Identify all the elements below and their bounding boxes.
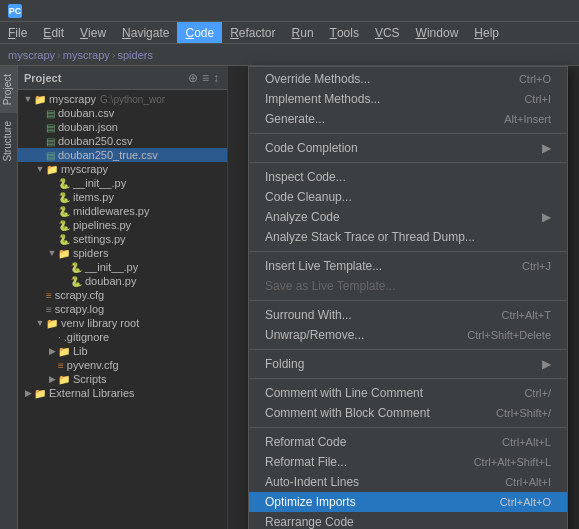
tree-item-gitignore[interactable]: · .gitignore xyxy=(18,330,227,344)
item-shortcut: Ctrl+Alt+I xyxy=(505,476,551,488)
tree-item-pipelines-py[interactable]: 🐍 pipelines.py xyxy=(18,218,227,232)
item-shortcut: Ctrl+O xyxy=(519,73,551,85)
breadcrumb-item-3[interactable]: spiders xyxy=(117,49,152,61)
tree-item-lib[interactable]: ▶ 📁 Lib xyxy=(18,344,227,358)
menu-view[interactable]: View xyxy=(72,22,114,43)
submenu-arrow-icon: ▶ xyxy=(542,210,551,224)
tree-label: myscrapy xyxy=(49,93,96,105)
divider-5 xyxy=(249,349,567,350)
menu-unwrap-remove[interactable]: Unwrap/Remove... Ctrl+Shift+Delete xyxy=(249,325,567,345)
tree-label: pyvenv.cfg xyxy=(67,359,119,371)
menu-surround-with[interactable]: Surround With... Ctrl+Alt+T xyxy=(249,305,567,325)
menu-optimize-imports[interactable]: Optimize Imports Ctrl+Alt+O xyxy=(249,492,567,512)
menu-override-methods[interactable]: Override Methods... Ctrl+O xyxy=(249,69,567,89)
menu-code-completion[interactable]: Code Completion ▶ xyxy=(249,138,567,158)
tree-arrow: ▼ xyxy=(46,248,58,258)
csv-icon: ▤ xyxy=(46,108,55,119)
tree-item-douban250-true-csv[interactable]: ▤ douban250_true.csv xyxy=(18,148,227,162)
side-tabs: Project Structure xyxy=(0,66,18,529)
menu-edit[interactable]: Edit xyxy=(35,22,72,43)
main-area: Project Structure Project ⊕ ≡ ↕ ▼ 📁 mysc… xyxy=(0,66,579,529)
menu-implement-methods[interactable]: Implement Methods... Ctrl+I xyxy=(249,89,567,109)
log-icon: ≡ xyxy=(46,304,52,315)
tree-item-pyvenv-cfg[interactable]: ≡ pyvenv.cfg xyxy=(18,358,227,372)
project-toolbar: Project ⊕ ≡ ↕ xyxy=(18,66,227,90)
menu-insert-live-template[interactable]: Insert Live Template... Ctrl+J xyxy=(249,256,567,276)
menu-file[interactable]: File xyxy=(0,22,35,43)
csv-icon: ▤ xyxy=(46,136,55,147)
toolbar-btn-list[interactable]: ≡ xyxy=(202,71,209,85)
tree-label: Lib xyxy=(73,345,88,357)
submenu-arrow-icon: ▶ xyxy=(542,141,551,155)
tree-arrow: ▶ xyxy=(46,374,58,384)
menu-section-7: Comment with Line Comment Ctrl+/ Comment… xyxy=(249,381,567,425)
tree-item-venv[interactable]: ▼ 📁 venv library root xyxy=(18,316,227,330)
tree-item-scrapy-cfg[interactable]: ≡ scrapy.cfg xyxy=(18,288,227,302)
item-label: Comment with Line Comment xyxy=(265,386,504,400)
menu-rearrange-code[interactable]: Rearrange Code xyxy=(249,512,567,529)
project-label: Project xyxy=(24,72,61,84)
tree-label: spiders xyxy=(73,247,108,259)
menu-generate[interactable]: Generate... Alt+Insert xyxy=(249,109,567,129)
tree-label: __init__.py xyxy=(85,261,138,273)
tree-item-settings-py[interactable]: 🐍 settings.py xyxy=(18,232,227,246)
sidebar-tab-project[interactable]: Project xyxy=(0,66,17,113)
tree-item-items-py[interactable]: 🐍 items.py xyxy=(18,190,227,204)
divider-3 xyxy=(249,251,567,252)
menu-comment-line[interactable]: Comment with Line Comment Ctrl+/ xyxy=(249,383,567,403)
menu-comment-block[interactable]: Comment with Block Comment Ctrl+Shift+/ xyxy=(249,403,567,423)
breadcrumb-item-1[interactable]: myscrapy xyxy=(8,49,55,61)
tree-item-middlewares-py[interactable]: 🐍 middlewares.py xyxy=(18,204,227,218)
menu-code-cleanup[interactable]: Code Cleanup... xyxy=(249,187,567,207)
item-shortcut: Ctrl+J xyxy=(522,260,551,272)
toolbar-btn-sort[interactable]: ↕ xyxy=(213,71,219,85)
menu-reformat-code[interactable]: Reformat Code Ctrl+Alt+L xyxy=(249,432,567,452)
sidebar-tab-structure[interactable]: Structure xyxy=(0,113,17,170)
menu-run[interactable]: Run xyxy=(284,22,322,43)
menu-auto-indent[interactable]: Auto-Indent Lines Ctrl+Alt+I xyxy=(249,472,567,492)
tree-item-douban-csv[interactable]: ▤ douban.csv xyxy=(18,106,227,120)
tree-item-scripts[interactable]: ▶ 📁 Scripts xyxy=(18,372,227,386)
menu-vcs[interactable]: VCS xyxy=(367,22,408,43)
menu-navigate[interactable]: Navigate xyxy=(114,22,177,43)
tree-item-scrapy-log[interactable]: ≡ scrapy.log xyxy=(18,302,227,316)
tree-item-douban250-csv[interactable]: ▤ douban250.csv xyxy=(18,134,227,148)
divider-4 xyxy=(249,300,567,301)
file-tree: ▼ 📁 myscrapy G:\python_wor ▤ douban.csv … xyxy=(18,90,227,529)
txt-icon: · xyxy=(58,332,61,343)
app-icon: PC xyxy=(8,4,22,18)
menu-section-4: Insert Live Template... Ctrl+J Save as L… xyxy=(249,254,567,298)
toolbar-btn-add[interactable]: ⊕ xyxy=(188,71,198,85)
tree-item-douban-py[interactable]: 🐍 douban.py xyxy=(18,274,227,288)
tree-label: douban250_true.csv xyxy=(58,149,158,161)
menu-code[interactable]: Code xyxy=(177,22,222,43)
menu-tools[interactable]: Tools xyxy=(322,22,367,43)
folder-icon: 📁 xyxy=(46,318,58,329)
tree-label: middlewares.py xyxy=(73,205,149,217)
tree-label: douban.py xyxy=(85,275,136,287)
tree-item-douban-json[interactable]: ▤ douban.json xyxy=(18,120,227,134)
menu-folding[interactable]: Folding ▶ xyxy=(249,354,567,374)
menu-inspect-code[interactable]: Inspect Code... xyxy=(249,167,567,187)
breadcrumb-item-2[interactable]: myscrapy xyxy=(63,49,110,61)
tree-item-myscrapy-root[interactable]: ▼ 📁 myscrapy G:\python_wor xyxy=(18,92,227,106)
tree-item-init-py-1[interactable]: 🐍 __init__.py xyxy=(18,176,227,190)
tree-item-init-py-2[interactable]: 🐍 __init__.py xyxy=(18,260,227,274)
menu-analyze-code[interactable]: Analyze Code ▶ xyxy=(249,207,567,227)
menu-refactor[interactable]: Refactor xyxy=(222,22,283,43)
tree-item-myscrapy-sub[interactable]: ▼ 📁 myscrapy xyxy=(18,162,227,176)
menu-analyze-stack-trace[interactable]: Analyze Stack Trace or Thread Dump... xyxy=(249,227,567,247)
tree-arrow: ▼ xyxy=(34,318,46,328)
folder-icon: 📁 xyxy=(58,248,70,259)
tree-label: myscrapy xyxy=(61,163,108,175)
tree-item-external-libs[interactable]: ▶ 📁 External Libraries xyxy=(18,386,227,400)
item-label: Rearrange Code xyxy=(265,515,531,529)
tree-item-spiders[interactable]: ▼ 📁 spiders xyxy=(18,246,227,260)
menu-reformat-file[interactable]: Reformat File... Ctrl+Alt+Shift+L xyxy=(249,452,567,472)
menu-window[interactable]: Window xyxy=(408,22,467,43)
menu-help[interactable]: Help xyxy=(466,22,507,43)
item-label: Folding xyxy=(265,357,514,371)
py-icon: 🐍 xyxy=(70,262,82,273)
item-label: Surround With... xyxy=(265,308,481,322)
py-icon: 🐍 xyxy=(58,178,70,189)
